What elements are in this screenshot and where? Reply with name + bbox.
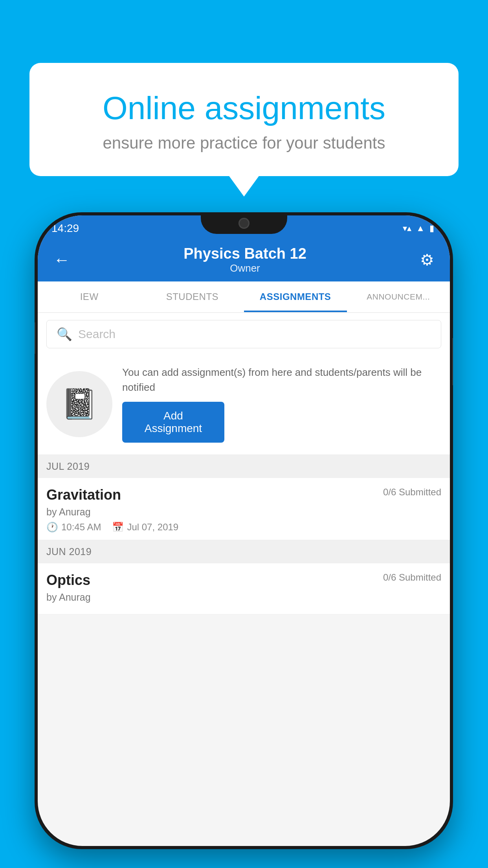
app-bar-subtitle: Owner — [183, 262, 306, 274]
settings-button[interactable]: ⚙ — [420, 251, 434, 269]
app-bar-title-container: Physics Batch 12 Owner — [183, 245, 306, 274]
assignment-optics-author: by Anurag — [46, 592, 441, 603]
assignment-time: 10:45 AM — [61, 522, 101, 533]
assignment-optics-title: Optics — [46, 572, 90, 588]
assignment-optics-top-row: Optics 0/6 Submitted — [46, 572, 441, 588]
wifi-icon: ▾▴ — [403, 223, 411, 234]
back-button[interactable]: ← — [53, 250, 70, 269]
promo-description: You can add assignment(s) from here and … — [122, 365, 441, 395]
phone-frame: 14:29 ▾▴ ▲ ▮ ← Physics Batch 12 Owner ⚙ — [35, 212, 453, 849]
tab-announcements[interactable]: ANNOUNCEM... — [347, 281, 450, 312]
app-bar: ← Physics Batch 12 Owner ⚙ — [38, 238, 450, 281]
search-bar[interactable]: 🔍 Search — [46, 320, 441, 348]
tab-students[interactable]: STUDENTS — [141, 281, 244, 312]
assignment-icon: 📓 — [61, 387, 98, 421]
assignment-title: Gravitation — [46, 487, 121, 503]
phone-notch — [201, 212, 287, 234]
search-icon: 🔍 — [57, 327, 72, 342]
status-icons: ▾▴ ▲ ▮ — [403, 223, 434, 234]
section-header-jul: JUL 2019 — [38, 455, 450, 478]
promo-section: 📓 You can add assignment(s) from here an… — [38, 355, 450, 455]
main-content: 🔍 Search 📓 You can add assignment(s) fro… — [38, 313, 450, 846]
speech-bubble-container: Online assignments ensure more practice … — [29, 63, 459, 176]
assignment-submitted-count: 0/6 Submitted — [383, 487, 441, 498]
tabs-container: IEW STUDENTS ASSIGNMENTS ANNOUNCEM... — [38, 281, 450, 313]
speech-bubble: Online assignments ensure more practice … — [29, 63, 459, 176]
assignment-author: by Anurag — [46, 506, 441, 518]
phone-device: 14:29 ▾▴ ▲ ▮ ← Physics Batch 12 Owner ⚙ — [35, 212, 453, 849]
assignment-meta: 🕐 10:45 AM 📅 Jul 07, 2019 — [46, 522, 441, 533]
battery-icon: ▮ — [429, 223, 434, 234]
clock-icon: 🕐 — [46, 522, 58, 533]
section-header-jun: JUN 2019 — [38, 540, 450, 563]
assignment-optics[interactable]: Optics 0/6 Submitted by Anurag — [38, 563, 450, 614]
status-time: 14:29 — [51, 222, 79, 235]
power-button — [452, 338, 453, 385]
promo-icon-circle: 📓 — [46, 371, 112, 437]
tab-assignments[interactable]: ASSIGNMENTS — [244, 281, 347, 312]
add-assignment-button[interactable]: Add Assignment — [122, 402, 224, 443]
assignment-time-meta: 🕐 10:45 AM — [46, 522, 101, 533]
app-bar-title: Physics Batch 12 — [183, 245, 306, 262]
tab-iew[interactable]: IEW — [38, 281, 141, 312]
search-placeholder: Search — [78, 327, 116, 341]
speech-bubble-title: Online assignments — [61, 90, 427, 126]
phone-screen: 14:29 ▾▴ ▲ ▮ ← Physics Batch 12 Owner ⚙ — [38, 215, 450, 846]
assignment-date-meta: 📅 Jul 07, 2019 — [112, 522, 178, 533]
assignment-gravitation[interactable]: Gravitation 0/6 Submitted by Anurag 🕐 10… — [38, 478, 450, 540]
search-container: 🔍 Search — [38, 313, 450, 355]
signal-icon: ▲ — [416, 223, 425, 234]
promo-content: You can add assignment(s) from here and … — [122, 365, 441, 443]
calendar-icon: 📅 — [112, 522, 124, 533]
volume-button — [35, 322, 35, 354]
speech-bubble-subtitle: ensure more practice for your students — [61, 134, 427, 153]
assignment-optics-submitted: 0/6 Submitted — [383, 572, 441, 583]
assignment-date: Jul 07, 2019 — [127, 522, 178, 533]
assignment-top-row: Gravitation 0/6 Submitted — [46, 487, 441, 503]
front-camera — [238, 218, 250, 229]
